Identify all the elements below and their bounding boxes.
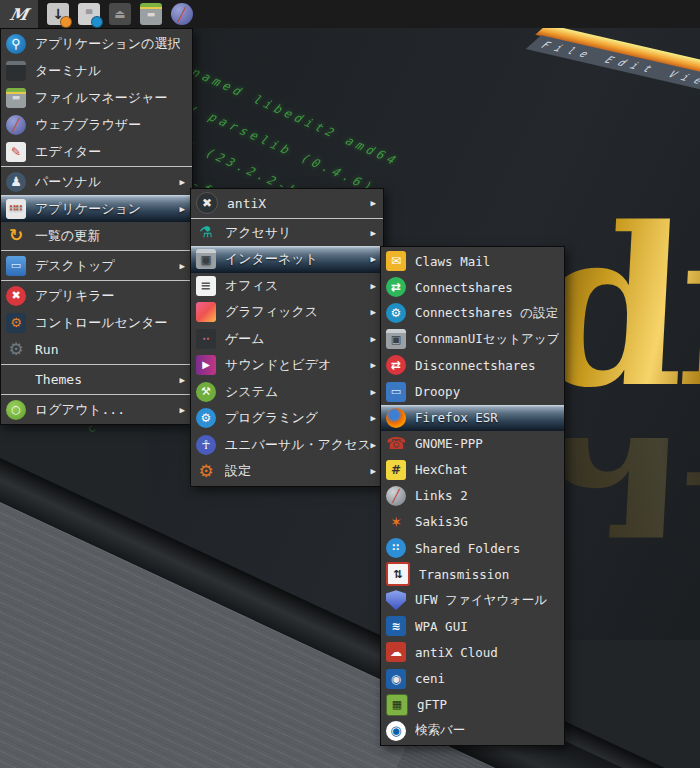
submenu-arrow-icon: ▶ (180, 177, 185, 187)
software-briefcase-badge (91, 16, 103, 28)
menu-item-connectshares-config[interactable]: ⚙Connectshares の設定 (381, 300, 564, 326)
menu-item-label: ログアウト... (35, 401, 125, 419)
menu-item-label: antiX Cloud (415, 645, 498, 660)
menu-item-label: Droopy (415, 384, 460, 399)
menu-item-disconnectshares[interactable]: ⇄Disconnectshares (381, 352, 564, 378)
submenu-arrow-icon: ▶ (371, 198, 376, 208)
submenu-arrow-icon: ▶ (371, 360, 376, 370)
menu-item-personal[interactable]: ♟パーソナル▶ (1, 168, 192, 195)
menu-item-settings[interactable]: ⚙設定▶ (191, 458, 383, 485)
menu-item-label: UFW ファイヤウォール (415, 592, 547, 609)
menu-item-graphics[interactable]: グラフィックス▶ (191, 299, 383, 326)
firefox-icon (386, 408, 406, 428)
shield-icon (386, 590, 406, 610)
menu-item-wpa-gui[interactable]: ≋WPA GUI (381, 613, 564, 639)
menu-item-label: グラフィックス (225, 303, 318, 321)
submenu-arrow-icon: ▶ (180, 405, 185, 415)
menu-item-hexchat[interactable]: #HexChat (381, 457, 564, 483)
submenu-arrow-icon: ▶ (371, 413, 376, 423)
menu-item-app-select[interactable]: ⚲アプリケーションの選択 (1, 30, 192, 57)
package-installer-launcher[interactable]: ↓ (47, 3, 69, 25)
menu-item-label: アクセサリ (225, 224, 292, 242)
menu-item-web-browser[interactable]: ╱ウェブブラウザー (1, 111, 192, 138)
menu-item-themes[interactable]: Themes▶ (1, 366, 192, 393)
menu-item-label: Shared Folders (415, 541, 520, 556)
menu-item-label: デスクトップ (35, 257, 115, 275)
logout-icon: ○ (6, 400, 26, 420)
accessories-icon: ⚗ (196, 223, 216, 243)
editor-icon: ✎ (6, 142, 26, 162)
menu-item-run[interactable]: ⚙Run (1, 336, 192, 363)
menu-item-claws-mail[interactable]: ✉Claws Mail (381, 248, 564, 274)
menu-item-search-bar[interactable]: ◉検索バー (381, 718, 564, 744)
menu-item-droopy[interactable]: ▭Droopy (381, 378, 564, 404)
menu-item-accessories[interactable]: ⚗アクセサリ▶ (191, 220, 383, 247)
connect-icon: ⇄ (386, 277, 406, 297)
software-briefcase-launcher[interactable]: ▀ (78, 3, 100, 25)
desktop: named libedit2 amd64div parselib (0.4.6)… (0, 0, 700, 768)
graphics-icon (196, 302, 216, 322)
run-gear-icon: ⚙ (6, 340, 26, 360)
menu-item-logout[interactable]: ○ログアウト...▶ (1, 396, 192, 423)
applications-submenu: ✖antiX▶⚗アクセサリ▶▣インターネット▶≡オフィス▶グラフィックス▶∙∙ゲ… (190, 188, 384, 487)
menu-item-terminal[interactable]: ターミナル (1, 57, 192, 84)
programming-icon: ⚙ (196, 408, 216, 428)
menu-item-label: Themes (35, 372, 82, 387)
menu-item-universal-access[interactable]: ☥ユニバーサル・アクセス▶ (191, 432, 383, 459)
menu-item-update-list[interactable]: ↻一覧の更新 (1, 222, 192, 249)
menu-item-ceni[interactable]: ◉ceni (381, 666, 564, 692)
menu-item-office[interactable]: ≡オフィス▶ (191, 273, 383, 300)
submenu-arrow-icon: ▶ (180, 261, 185, 271)
menu-item-firefox-esr[interactable]: Firefox ESR (381, 405, 564, 431)
menu-item-sound-video[interactable]: ▶サウンドとビデオ▶ (191, 352, 383, 379)
menu-item-programming[interactable]: ⚙プログラミング▶ (191, 405, 383, 432)
menu-item-control-center[interactable]: ⚙コントロールセンター (1, 309, 192, 336)
menu-button[interactable]: M (0, 0, 38, 28)
transmission-icon: ⇅ (386, 562, 410, 586)
menu-item-connman-ui[interactable]: ▣ConnmanUIセットアップ (381, 326, 564, 352)
menu-item-app-killer[interactable]: ✖アプリキラー (1, 282, 192, 309)
menu-item-label: WPA GUI (415, 619, 468, 634)
menu-item-file-manager[interactable]: ▬ファイルマネージャー (1, 84, 192, 111)
menu-item-applications[interactable]: ∷∷アプリケーション▶ (1, 195, 192, 222)
menu-item-label: antiX (227, 196, 266, 211)
menu-item-desktop[interactable]: ▭デスクトップ▶ (1, 252, 192, 279)
submenu-arrow-icon: ▶ (371, 307, 376, 317)
menu-item-antix-cloud[interactable]: ☁antiX Cloud (381, 639, 564, 665)
file-manager-launcher[interactable]: ▬ (140, 3, 162, 25)
submenu-arrow-icon: ▶ (371, 466, 376, 476)
mail-icon: ✉ (386, 251, 406, 271)
shared-folders-icon: ∷ (386, 538, 406, 558)
menu-item-antix[interactable]: ✖antiX▶ (191, 190, 383, 217)
eye-icon: ◉ (386, 721, 406, 741)
system-tools-icon: ⚒ (196, 382, 216, 402)
menu-item-transmission[interactable]: ⇅Transmission (381, 561, 564, 587)
menu-item-sakis3g[interactable]: ✶Sakis3G (381, 509, 564, 535)
flame-icon: ✶ (386, 512, 406, 532)
menu-item-shared-folders[interactable]: ∷Shared Folders (381, 535, 564, 561)
menu-item-gnome-ppp[interactable]: ☎GNOME-PPP (381, 431, 564, 457)
web-browser-launcher[interactable]: ╱ (171, 3, 193, 25)
antix-logo-icon: M (8, 5, 30, 24)
menu-item-label: プログラミング (225, 409, 318, 427)
accessibility-icon: ☥ (196, 435, 216, 455)
compass-icon: ╱ (6, 115, 26, 135)
blank-icon (6, 370, 26, 390)
root-menu: ⚲アプリケーションの選択ターミナル▬ファイルマネージャー╱ウェブブラウザー✎エデ… (0, 28, 193, 425)
terminal-icon (6, 61, 26, 81)
menu-item-label: サウンドとビデオ (225, 356, 331, 374)
compass-icon: ╱ (386, 486, 406, 506)
menu-item-internet[interactable]: ▣インターネット▶ (191, 246, 383, 273)
menu-item-games[interactable]: ∙∙ゲーム▶ (191, 326, 383, 353)
connect-config-icon: ⚙ (386, 303, 406, 323)
menu-item-system[interactable]: ⚒システム▶ (191, 379, 383, 406)
menu-item-gftp[interactable]: ▦gFTP (381, 692, 564, 718)
menu-item-label: ユニバーサル・アクセス (225, 436, 371, 454)
eject-unmount-launcher[interactable]: ⏏ (109, 3, 131, 25)
menu-item-links-2[interactable]: ╱Links 2 (381, 483, 564, 509)
submenu-arrow-icon: ▶ (180, 204, 185, 214)
menu-item-ufw-firewall[interactable]: UFW ファイヤウォール (381, 587, 564, 613)
menu-item-connectshares[interactable]: ⇄Connectshares (381, 274, 564, 300)
menu-item-editor[interactable]: ✎エディター (1, 138, 192, 165)
menu-item-label: GNOME-PPP (415, 436, 483, 451)
